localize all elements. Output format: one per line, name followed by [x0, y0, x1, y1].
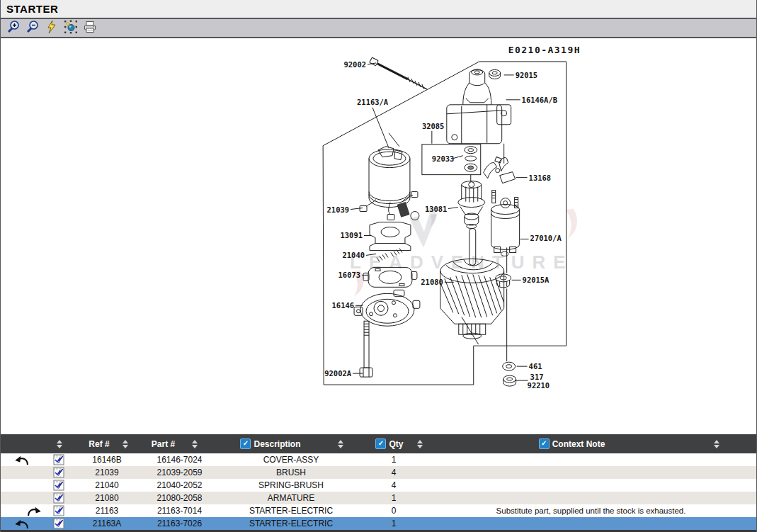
part-number-cell: 21163-7026	[139, 517, 220, 530]
header-description-label: Description	[254, 439, 300, 449]
part-number-cell: 16146-7024	[139, 453, 220, 466]
table-row[interactable]: 2108021080-2058ARMATURE1	[1, 492, 756, 504]
ref-cell: 21163A	[75, 517, 139, 530]
ref-cell: 21163	[75, 504, 139, 517]
zoom-in-button[interactable]	[6, 21, 21, 35]
part-labels: 920029201521163/A16146A/B320859203313168…	[324, 60, 562, 390]
description-cell: SPRING-BRUSH	[220, 479, 362, 492]
arrow-cell	[1, 479, 43, 492]
description-cell: COVER-ASSY	[220, 453, 362, 466]
part-label-92015: 92015	[516, 71, 538, 79]
part-label-317: 317	[530, 373, 544, 381]
sort-icon[interactable]	[57, 440, 62, 448]
ref-cell: 21080	[75, 492, 139, 504]
sort-icon[interactable]	[192, 440, 198, 448]
sort-icon[interactable]	[338, 440, 343, 448]
header-qty[interactable]: Qty	[362, 434, 426, 453]
context-note-checkbox[interactable]	[539, 438, 550, 449]
part-number-cell: 21039-2059	[139, 466, 220, 479]
context-note-cell	[426, 466, 756, 479]
header-part[interactable]: Part #	[139, 434, 220, 453]
part-note-icon[interactable]	[43, 453, 75, 466]
description-checkbox[interactable]	[240, 438, 251, 449]
part-note-icon[interactable]	[43, 504, 75, 517]
diagram-panel[interactable]: LEADVENTURE E0210-A319H	[1, 38, 756, 434]
flash-button[interactable]	[44, 21, 59, 35]
print-icon	[83, 20, 97, 37]
supersession-back-arrow-icon	[1, 517, 43, 530]
parts-table-header: Ref # Part # Description Qty Context Not…	[1, 434, 756, 453]
toolbar	[1, 19, 756, 38]
description-cell: ARMATURE	[220, 492, 362, 504]
ref-cell: 16146B	[75, 453, 139, 466]
header-icon-column	[43, 434, 75, 453]
supersession-back-arrow-icon	[1, 453, 43, 466]
table-row[interactable]: 16146B16146-7024COVER-ASSY1	[1, 453, 756, 466]
description-cell: STARTER-ELECTRIC	[220, 504, 362, 517]
part-label-92002: 92002	[344, 60, 367, 69]
part-label-21080: 21080	[421, 278, 443, 286]
part-label-16146AB: 16146A/B	[522, 96, 557, 104]
part-label-27010A: 27010/A	[530, 234, 562, 242]
header-description[interactable]: Description	[220, 434, 362, 453]
diagram-code: E0210-A319H	[508, 45, 581, 55]
header-qty-label: Qty	[389, 439, 403, 449]
qty-checkbox[interactable]	[375, 438, 386, 449]
part-label-461: 461	[529, 362, 542, 370]
context-note-cell	[426, 479, 756, 492]
part-note-icon[interactable]	[43, 479, 75, 492]
qty-cell: 1	[362, 517, 426, 530]
part-number-cell: 21040-2052	[139, 479, 220, 492]
table-row[interactable]: 2116321163-7014STARTER-ELECTRIC0Substitu…	[1, 504, 756, 517]
zoom-out-button[interactable]	[25, 21, 40, 35]
table-body: 16146B16146-7024COVER-ASSY12103921039-20…	[1, 453, 756, 530]
part-label-21040: 21040	[343, 251, 365, 259]
context-note-cell	[426, 453, 756, 466]
part-label-32085: 32085	[422, 122, 445, 130]
parts-catalog-window: STARTER LEADVENTURE E0210-A319H	[0, 0, 757, 532]
header-context-note[interactable]: Context Note	[426, 434, 756, 453]
part-note-icon[interactable]	[43, 492, 75, 504]
header-ref[interactable]: Ref #	[75, 434, 139, 453]
diagram-line-art	[323, 57, 566, 386]
arrow-cell	[1, 492, 43, 504]
zoom-in-icon	[6, 20, 21, 37]
page-title: STARTER	[6, 3, 58, 15]
header-arrow-column	[1, 434, 43, 453]
description-cell: BRUSH	[220, 466, 362, 479]
ref-cell: 21040	[75, 479, 139, 492]
print-button[interactable]	[82, 21, 97, 35]
title-bar: STARTER	[1, 0, 756, 19]
sort-icon[interactable]	[714, 440, 719, 448]
qty-cell: 1	[362, 453, 426, 466]
ref-cell: 21039	[75, 466, 139, 479]
context-note-cell	[426, 517, 756, 530]
part-label-13168: 13168	[529, 174, 552, 182]
header-ref-label: Ref #	[89, 439, 109, 449]
qty-cell: 0	[362, 504, 426, 517]
table-row[interactable]: 21163A21163-7026STARTER-ELECTRIC1	[1, 517, 756, 530]
part-note-icon[interactable]	[43, 466, 75, 479]
header-part-label: Part #	[152, 439, 175, 449]
part-label-16073: 16073	[338, 271, 361, 279]
part-label-21039: 21039	[327, 205, 350, 214]
watermark-text: LEADVENTURE	[350, 252, 573, 272]
sort-icon[interactable]	[417, 440, 423, 448]
sort-icon[interactable]	[123, 440, 128, 448]
parts-diagram: LEADVENTURE E0210-A319H	[1, 38, 756, 434]
table-row[interactable]: 2104021040-2052SPRING-BRUSH4	[1, 479, 756, 492]
part-note-icon[interactable]	[43, 517, 75, 530]
part-label-92210: 92210	[528, 381, 550, 390]
supersession-forward-arrow-icon	[1, 504, 43, 517]
context-note-cell	[426, 492, 756, 504]
part-label-13091: 13091	[341, 231, 363, 239]
qty-cell: 4	[362, 479, 426, 492]
part-label-92015A: 92015A	[523, 276, 550, 284]
context-note-cell: Substitute part, supplied until the stoc…	[426, 504, 756, 517]
description-cell: STARTER-ELECTRIC	[220, 517, 362, 530]
image-select-button[interactable]	[63, 21, 78, 35]
qty-cell: 4	[362, 466, 426, 479]
table-row[interactable]: 2103921039-2059BRUSH4	[1, 466, 756, 479]
part-label-21163A: 21163/A	[357, 98, 389, 106]
part-label-92033: 92033	[432, 154, 455, 163]
